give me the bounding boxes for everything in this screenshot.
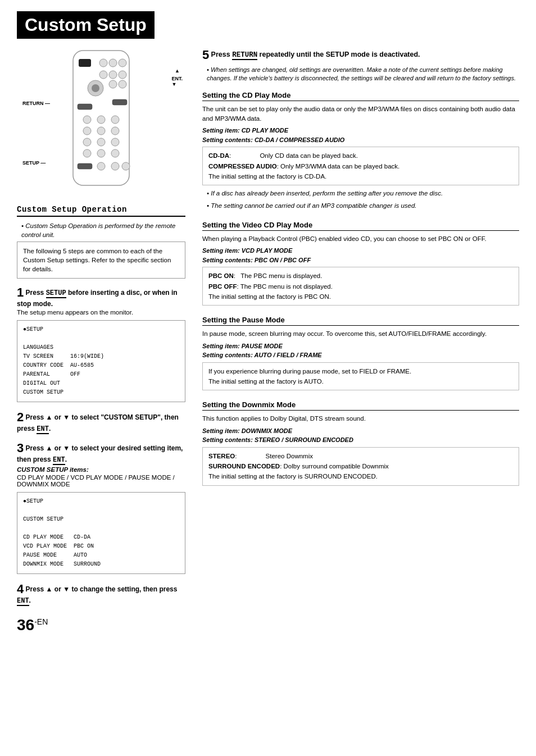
page-number: 36-EN: [17, 616, 185, 634]
cd-play-mode-title: Setting the CD Play Mode: [202, 91, 519, 101]
step-5-num: 5: [202, 48, 209, 62]
svg-point-11: [119, 80, 126, 88]
svg-point-24: [97, 149, 105, 157]
svg-point-9: [92, 84, 99, 92]
intro-bullet: Custom Setup Operation is performed by t…: [21, 221, 185, 239]
cd-play-mode-bullet-2: The setting cannot be carried out if an …: [207, 201, 519, 211]
ent-label: ENT.▼: [171, 76, 183, 87]
page-title: Custom Setup: [25, 15, 147, 35]
cd-play-mode-box: CD-DA: Only CD data can be played back. …: [202, 147, 519, 185]
step-3-mono: ●SETUP CUSTOM SETUP CD PLAY MODE CD-DA V…: [17, 492, 185, 574]
svg-point-21: [97, 138, 105, 146]
svg-rect-12: [78, 104, 92, 110]
step-3-items-label: CUSTOM SETUP items:: [17, 466, 185, 473]
step-5-text: Press RETURN repeatedly until the SETUP …: [211, 51, 420, 58]
cd-play-mode-bullet-1: If a disc has already been inserted, per…: [207, 189, 519, 198]
svg-point-23: [83, 149, 91, 157]
pause-mode-box: If you experience blurring during pause …: [202, 362, 519, 391]
step-3-num: 3: [17, 441, 24, 455]
svg-point-25: [111, 149, 119, 157]
step-3: 3 Press ▲ or ▼ to select your desired se…: [17, 441, 185, 574]
svg-rect-1: [79, 59, 91, 67]
step-1-text: Press SETUP before inserting a disc, or …: [17, 289, 178, 308]
section-vcd-play-mode: Setting the Video CD Play Mode When play…: [202, 221, 519, 306]
pause-mode-label: Setting item: PAUSE MODE Setting content…: [202, 341, 519, 360]
svg-point-20: [83, 138, 91, 146]
step-2-num: 2: [17, 410, 24, 424]
vcd-play-mode-label: Setting item: VCD PLAY MODE Setting cont…: [202, 246, 519, 265]
step-4: 4 Press ▲ or ▼ to change the setting, th…: [17, 582, 185, 605]
left-column: RETURN — ▲ ENT.▼ SETUP — Custom Setup Op…: [17, 48, 185, 634]
svg-point-6: [109, 71, 117, 79]
callout-box: The following 5 steps are common to each…: [17, 242, 185, 279]
pause-mode-intro: In pause mode, screen blurring may occur…: [202, 329, 519, 339]
svg-point-17: [83, 127, 91, 135]
cd-play-mode-intro: The unit can be set to play only the aud…: [202, 104, 519, 124]
step-3-items: CD PLAY MODE / VCD PLAY MODE / PAUSE MOD…: [17, 474, 185, 488]
svg-point-18: [97, 127, 105, 135]
step-2: 2 Press ▲ or ▼ to select "CUSTOM SETUP",…: [17, 410, 185, 433]
step-4-text: Press ▲ or ▼ to change the setting, then…: [17, 585, 177, 605]
step-5-bullet: When settings are changed, old settings …: [207, 66, 519, 83]
svg-point-29: [122, 162, 130, 170]
step-2-text: Press ▲ or ▼ to select "CUSTOM SETUP", t…: [17, 413, 179, 433]
step-1-sub: The setup menu appears on the monitor.: [17, 309, 185, 316]
section-cd-play-mode: Setting the CD Play Mode The unit can be…: [202, 91, 519, 211]
svg-point-7: [119, 71, 126, 79]
remote-illustration: RETURN — ▲ ENT.▼ SETUP —: [17, 48, 185, 194]
return-label: RETURN —: [22, 101, 50, 106]
step-1-num: 1: [17, 285, 24, 299]
vcd-play-mode-title: Setting the Video CD Play Mode: [202, 221, 519, 231]
vcd-play-mode-intro: When playing a Playback Control (PBC) en…: [202, 234, 519, 244]
downmix-mode-title: Setting the Downmix Mode: [202, 400, 519, 411]
svg-point-14: [83, 116, 91, 124]
svg-point-19: [111, 127, 119, 135]
svg-point-4: [119, 59, 126, 67]
right-column: 5 Press RETURN repeatedly until the SETU…: [202, 48, 519, 634]
step-4-num: 4: [17, 582, 24, 596]
downmix-mode-intro: This function applies to Dolby Digital, …: [202, 414, 519, 423]
step-5: 5 Press RETURN repeatedly until the SETU…: [202, 48, 519, 83]
setup-label: SETUP —: [22, 160, 46, 166]
svg-rect-13: [112, 99, 127, 105]
svg-point-15: [97, 116, 105, 124]
svg-point-28: [111, 162, 119, 170]
page-title-box: Custom Setup: [17, 11, 155, 39]
cd-play-mode-label: Setting item: CD PLAY MODE Setting conte…: [202, 126, 519, 144]
svg-point-27: [97, 162, 105, 170]
downmix-mode-label: Setting item: DOWNMIX MODE Setting conte…: [202, 426, 519, 445]
downmix-mode-box: STEREO: Stereo Downmix SURROUND ENCODED:…: [202, 447, 519, 486]
svg-point-3: [109, 59, 117, 67]
section-title-custom-setup: Custom Setup Operation: [17, 205, 185, 217]
pause-mode-title: Setting the Pause Mode: [202, 316, 519, 326]
step-3-text: Press ▲ or ▼ to select your desired sett…: [17, 444, 183, 464]
remote-svg: [62, 48, 140, 194]
vcd-play-mode-box: PBC ON: The PBC menu is displayed. PBC O…: [202, 267, 519, 306]
up-arrow-label: ▲: [175, 68, 180, 74]
step-1: 1 Press SETUP before inserting a disc, o…: [17, 285, 185, 402]
svg-rect-26: [78, 163, 92, 169]
section-pause-mode: Setting the Pause Mode In pause mode, sc…: [202, 316, 519, 390]
svg-point-5: [99, 71, 107, 79]
section-downmix-mode: Setting the Downmix Mode This function a…: [202, 400, 519, 485]
step-1-mono: ●SETUP LANGUAGES TV SCREEN 16:9(WIDE) CO…: [17, 320, 185, 402]
svg-point-2: [99, 59, 107, 67]
svg-point-10: [109, 80, 117, 88]
svg-point-16: [111, 116, 119, 124]
svg-point-22: [111, 138, 119, 146]
